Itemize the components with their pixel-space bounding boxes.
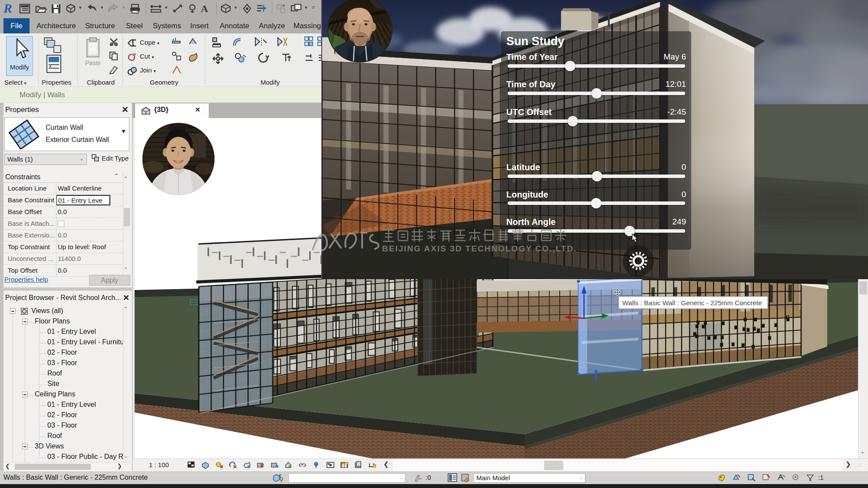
svg-text:Walls : Basic Wall : Generic -: Walls : Basic Wall : Generic - 225mm Con… — [622, 299, 762, 307]
